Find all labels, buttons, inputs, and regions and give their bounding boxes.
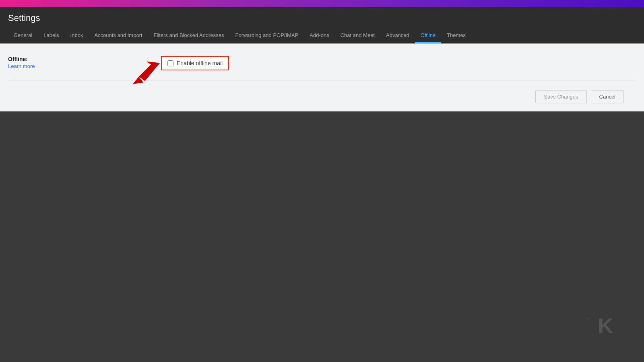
- tab-general[interactable]: General: [8, 29, 38, 43]
- settings-content: Offline: Learn more Enable offline mail …: [0, 43, 644, 111]
- tab-chat-meet[interactable]: Chat and Meet: [335, 29, 380, 43]
- tab-offline[interactable]: Offline: [415, 29, 441, 43]
- settings-nav: General Labels Inbox Accounts and Import…: [8, 29, 636, 43]
- learn-more-link[interactable]: Learn more: [8, 63, 35, 69]
- buttons-row: Save Changes Cancel: [8, 90, 636, 103]
- watermark-dots: +: [586, 315, 590, 322]
- cancel-button[interactable]: Cancel: [591, 90, 624, 103]
- tab-themes[interactable]: Themes: [441, 29, 471, 43]
- tab-labels[interactable]: Labels: [38, 29, 64, 43]
- header: Settings General Labels Inbox Accounts a…: [0, 7, 644, 43]
- dark-background: [0, 111, 644, 345]
- top-gradient-bar: [0, 0, 644, 7]
- page-title: Settings: [8, 13, 636, 29]
- tab-filters-blocked[interactable]: Filters and Blocked Addresses: [148, 29, 230, 43]
- checkbox-wrapper: Enable offline mail: [161, 56, 229, 70]
- save-changes-button[interactable]: Save Changes: [535, 90, 586, 103]
- offline-label-col: Offline: Learn more: [8, 56, 153, 70]
- content-divider: [8, 80, 636, 80]
- tab-forwarding-pop[interactable]: Forwarding and POP/IMAP: [229, 29, 304, 43]
- tab-inbox[interactable]: Inbox: [65, 29, 89, 43]
- watermark-logo: K: [598, 314, 612, 338]
- offline-label: Offline:: [8, 56, 153, 62]
- tab-add-ons[interactable]: Add-ons: [304, 29, 334, 43]
- tab-advanced[interactable]: Advanced: [380, 29, 415, 43]
- enable-offline-label[interactable]: Enable offline mail: [177, 60, 223, 66]
- offline-row: Offline: Learn more Enable offline mail: [8, 56, 636, 70]
- tab-accounts-import[interactable]: Accounts and Import: [89, 29, 148, 43]
- enable-offline-section: Enable offline mail: [161, 56, 229, 70]
- enable-offline-checkbox[interactable]: [167, 60, 173, 66]
